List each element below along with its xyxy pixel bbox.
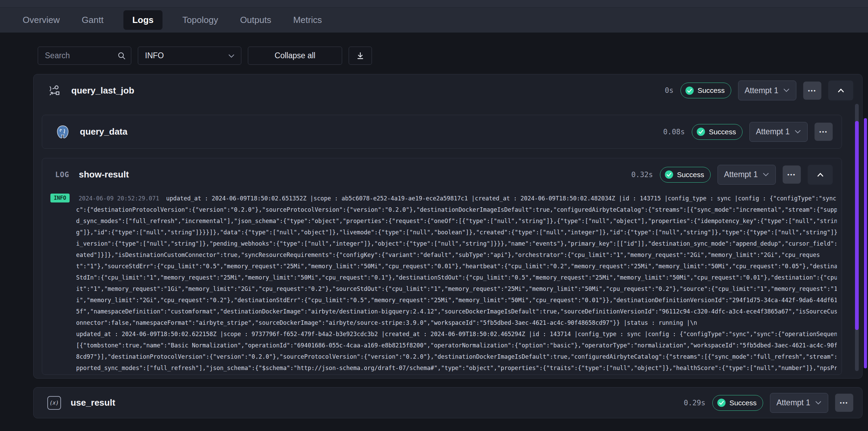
log-level-filter-value: INFO xyxy=(145,51,164,60)
log-line: INFO2024-06-09 20:52:29.071updated_at : … xyxy=(50,193,837,204)
panel-title: query_last_job xyxy=(71,85,134,96)
log-line: it":"1","memory_request":"1Gi","memory_l… xyxy=(50,283,837,295)
log-line: c":{"destinationProtocolVersion":{"versi… xyxy=(50,204,837,216)
duration-label: 0.32s xyxy=(631,171,653,179)
log-text: i","memory_limit":"2Gi","cpu_request":"0… xyxy=(76,297,837,304)
ellipsis-icon: ••• xyxy=(808,88,817,94)
attempt-select[interactable]: Attempt 1 xyxy=(718,165,776,185)
download-icon xyxy=(356,51,365,60)
task-panel-query-data: query_data 0.08s Success Attempt 1 ••• xyxy=(42,115,842,149)
log-text: d_sync_modes":["full_refresh","increment… xyxy=(76,218,837,224)
collapse-panel-button[interactable] xyxy=(808,165,833,185)
postgresql-icon xyxy=(55,124,70,139)
nav-tab-bar: Overview Gantt Logs Topology Outputs Met… xyxy=(21,7,324,33)
status-badge: Success xyxy=(680,83,731,98)
status-text: Success xyxy=(698,86,725,95)
collapse-all-button[interactable]: Collapse all xyxy=(248,47,342,65)
attempt-select[interactable]: Attempt 1 xyxy=(749,122,808,142)
chevron-down-icon xyxy=(814,400,822,406)
duration-label: 0.29s xyxy=(684,399,705,407)
tab-gantt[interactable]: Gantt xyxy=(80,10,106,30)
attempt-value: Attempt 1 xyxy=(724,170,758,179)
log-text: 8cd97"}],"destinationProtocolVersion":{"… xyxy=(76,353,837,360)
log-text: updated_at : 2024-06-09T18:50:02.651352Z… xyxy=(166,195,837,202)
log-line: pported_sync_modes":["full_refresh"],"js… xyxy=(50,362,837,374)
task-panel-use-result: (x) use_result 0.29s Success Attempt 1 •… xyxy=(33,387,863,418)
panel-header-show-result: LOG show-result 0.32s Success Attempt 1 … xyxy=(42,158,842,191)
log-line: 5f","namespaceDefinition":"customformat"… xyxy=(50,306,837,317)
status-badge: Success xyxy=(712,395,763,411)
log-line: StdIn":{"cpu_limit":"1","memory_request"… xyxy=(50,272,837,283)
check-circle-icon xyxy=(696,127,706,136)
page-scrollbar-thumb[interactable] xyxy=(864,118,867,368)
log-text: StdIn":{"cpu_limit":"1","memory_request"… xyxy=(76,274,837,281)
log-line-list: INFO2024-06-09 20:52:29.071updated_at : … xyxy=(50,193,837,374)
check-circle-icon xyxy=(685,86,694,95)
download-logs-button[interactable] xyxy=(349,47,372,65)
panel-scrollbar-thumb[interactable] xyxy=(855,121,859,330)
window-top-strip xyxy=(0,0,868,8)
log-line: d_sync_modes":["full_refresh","increment… xyxy=(50,216,837,227)
panel-header-use-result: (x) use_result 0.29s Success Attempt 1 •… xyxy=(34,387,862,418)
status-text: Success xyxy=(730,399,757,407)
log-level-badge: INFO xyxy=(50,194,70,202)
tab-metrics[interactable]: Metrics xyxy=(291,10,324,30)
more-options-button[interactable]: ••• xyxy=(783,165,801,184)
tab-outputs[interactable]: Outputs xyxy=(238,10,273,30)
attempt-value: Attempt 1 xyxy=(756,127,789,136)
status-badge: Success xyxy=(660,167,711,183)
log-text: it":"1","memory_request":"1Gi","memory_l… xyxy=(76,285,837,292)
log-text: pported_sync_modes":["full_refresh"],"js… xyxy=(76,365,837,371)
chevron-up-icon xyxy=(836,87,845,94)
chevron-down-icon xyxy=(762,172,770,177)
collapse-panel-button[interactable] xyxy=(828,81,853,100)
ellipsis-icon: ••• xyxy=(840,400,848,406)
log-text: g"]},"id":{"type":["null","string"]}}}]}… xyxy=(76,229,837,236)
ellipsis-icon: ••• xyxy=(787,172,796,177)
tab-topology[interactable]: Topology xyxy=(180,10,220,30)
log-text: [{"tombstone":true,"name":"Basic Normali… xyxy=(76,342,837,349)
log-text: 5f","namespaceDefinition":"customformat"… xyxy=(76,308,837,315)
log-level-filter[interactable]: INFO xyxy=(138,47,241,65)
log-line: [{"tombstone":true,"name":"Basic Normali… xyxy=(50,340,837,351)
log-text: i_version":{"type":["null","string"]},"p… xyxy=(76,240,837,247)
attempt-select[interactable]: Attempt 1 xyxy=(738,81,796,100)
search-icon xyxy=(117,51,126,60)
log-line: onnector":false,"namespaceFormat":"airby… xyxy=(50,317,837,329)
log-line: g"]},"id":{"type":["null","string"]}}}]}… xyxy=(50,227,837,238)
task-panel-query-last-job: query_last_job 0s Success Attempt 1 ••• xyxy=(33,74,863,379)
log-timestamp: 2024-06-09 20:52:29.071 xyxy=(79,195,159,202)
attempt-value: Attempt 1 xyxy=(745,86,778,95)
more-options-button[interactable]: ••• xyxy=(835,394,853,412)
duration-label: 0s xyxy=(665,86,673,95)
search-input[interactable] xyxy=(44,51,114,61)
attempt-select[interactable]: Attempt 1 xyxy=(770,393,828,413)
chevron-down-icon xyxy=(782,88,791,93)
collapse-all-label: Collapse all xyxy=(275,51,315,60)
log-line: 8cd97"}],"destinationProtocolVersion":{"… xyxy=(50,351,837,362)
search-input-box[interactable] xyxy=(38,47,131,65)
log-type-icon: LOG xyxy=(55,171,69,179)
panel-title: query_data xyxy=(80,126,128,137)
check-circle-icon xyxy=(717,398,726,407)
duration-label: 0.08s xyxy=(663,128,685,136)
chevron-down-icon xyxy=(227,53,236,59)
log-text: c":{"destinationProtocolVersion":{"versi… xyxy=(76,206,837,213)
function-icon-label: (x) xyxy=(49,400,59,406)
status-badge: Success xyxy=(692,124,743,140)
log-line: i","memory_limit":"2Gi","cpu_request":"0… xyxy=(50,295,837,306)
log-text: eated"]}]},"isDestinationCustomConnector… xyxy=(76,251,820,258)
log-output-area[interactable]: INFO2024-06-09 20:52:29.071updated_at : … xyxy=(50,191,837,374)
log-line: updated_at : 2024-06-09T18:50:02.622158Z… xyxy=(50,329,837,340)
tab-logs[interactable]: Logs xyxy=(123,10,162,30)
panel-header-query-last-job: query_last_job 0s Success Attempt 1 ••• xyxy=(34,74,862,107)
panel-header-query-data: query_data 0.08s Success Attempt 1 ••• xyxy=(42,115,842,148)
more-options-button[interactable]: ••• xyxy=(815,123,833,141)
more-options-button[interactable]: ••• xyxy=(803,82,821,100)
function-icon: (x) xyxy=(47,396,61,410)
status-text: Success xyxy=(677,171,704,179)
log-text: updated_at : 2024-06-09T18:50:02.622158Z… xyxy=(76,331,837,337)
tab-overview[interactable]: Overview xyxy=(21,10,62,30)
ellipsis-icon: ••• xyxy=(819,129,828,135)
workflow-icon xyxy=(47,83,62,98)
